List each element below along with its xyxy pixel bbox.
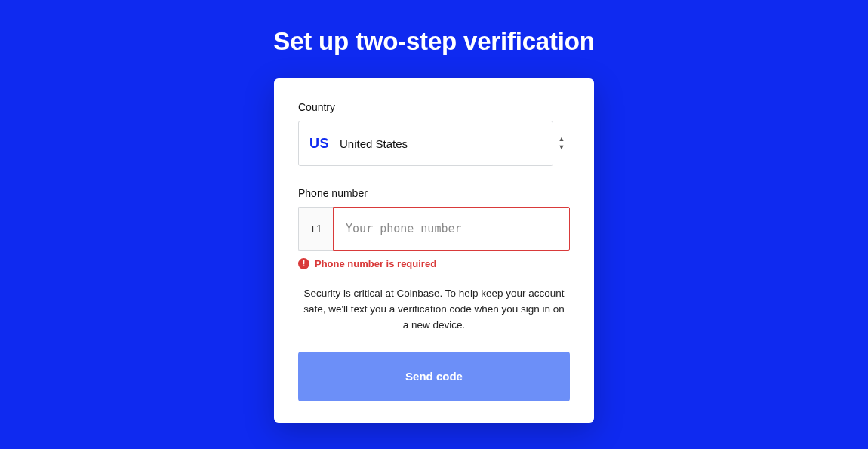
phone-row: +1 [298, 207, 570, 251]
country-code-badge: US [309, 136, 329, 152]
phone-label: Phone number [298, 187, 570, 199]
send-code-button[interactable]: Send code [298, 352, 570, 401]
error-row: ! Phone number is required [298, 258, 570, 269]
phone-input[interactable] [333, 207, 570, 251]
chevron-down-icon: ▼ [559, 144, 565, 151]
country-label: Country [298, 101, 570, 113]
page-title: Set up two-step verification [273, 27, 594, 56]
country-row: US United States ▲ ▼ [298, 121, 570, 166]
country-stepper[interactable]: ▲ ▼ [553, 121, 570, 166]
verification-card: Country US United States ▲ ▼ Phone numbe… [274, 78, 594, 423]
error-text: Phone number is required [315, 258, 436, 269]
country-name: United States [340, 137, 408, 150]
country-select[interactable]: US United States [298, 121, 553, 166]
helper-text: Security is critical at Coinbase. To hel… [303, 286, 565, 334]
error-icon: ! [298, 258, 309, 269]
calling-code-box: +1 [298, 207, 333, 251]
chevron-up-icon: ▲ [559, 136, 565, 143]
